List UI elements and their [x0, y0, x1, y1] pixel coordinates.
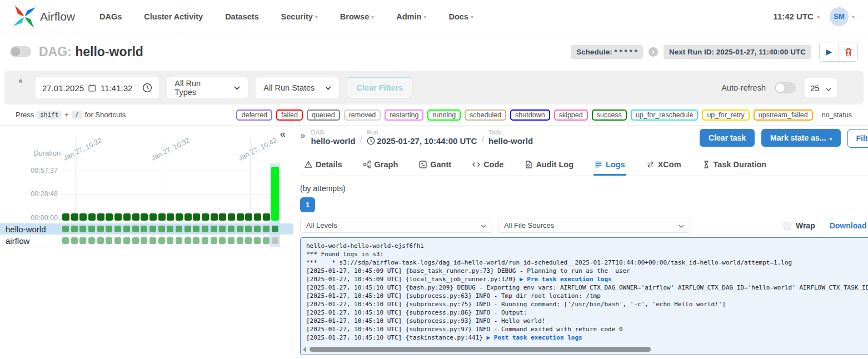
user-menu[interactable]: SM ▾ [830, 7, 855, 26]
dag-run-2[interactable] [79, 213, 87, 221]
task-instance-airflow-14[interactable] [184, 237, 191, 244]
clear-filters-button[interactable]: Clear Filters [347, 77, 412, 98]
task-instance-airflow-0[interactable] [62, 237, 69, 244]
task-instance-hello-world-16[interactable] [202, 226, 208, 232]
legend-no_status[interactable]: no_status [817, 109, 857, 121]
base-date-input[interactable]: 27.01.2025 11:41:32 [36, 77, 159, 98]
task-instance-hello-world-13[interactable] [176, 226, 182, 232]
dag-run-5[interactable] [106, 213, 113, 221]
task-instance-airflow-4[interactable] [97, 237, 104, 244]
log-collapse-link[interactable]: ▶ Post task execution logs [487, 334, 582, 341]
task-instance-hello-world-10[interactable] [149, 226, 156, 232]
dag-run-13[interactable] [176, 213, 183, 221]
task-instance-airflow-17[interactable] [211, 237, 217, 244]
task-instance-hello-world-2[interactable] [79, 226, 86, 232]
legend-success[interactable]: success [592, 109, 627, 121]
log-collapse-link[interactable]: ▶ Pre task execution logs [520, 276, 612, 283]
task-instance-hello-world-6[interactable] [114, 226, 121, 232]
legend-deferred[interactable]: deferred [236, 109, 272, 121]
run-types-select[interactable]: All Run Types [167, 77, 248, 98]
legend-skipped[interactable]: skipped [554, 109, 588, 121]
dag-run-17[interactable] [211, 213, 218, 221]
task-instance-hello-world-20[interactable] [237, 226, 243, 232]
task-row-hello-world[interactable]: hello-world [0, 223, 293, 235]
breadcrumb-run-value[interactable]: 2025-01-27, 10:44:00 UTC [367, 136, 477, 146]
task-instance-airflow-11[interactable] [158, 237, 165, 244]
nav-datasets[interactable]: Datasets [225, 12, 258, 21]
scrollbar-thumb[interactable] [310, 347, 651, 352]
legend-running[interactable]: running [427, 109, 461, 121]
task-instance-hello-world-9[interactable] [141, 226, 147, 232]
tab-audit-log[interactable]: Audit Log [523, 156, 575, 176]
task-instance-hello-world-0[interactable] [62, 226, 69, 232]
task-instance-airflow-5[interactable] [106, 237, 112, 244]
dag-run-18[interactable] [219, 213, 226, 221]
legend-scheduled[interactable]: scheduled [465, 109, 506, 121]
wrap-toggle[interactable]: Wrap [784, 221, 815, 230]
expand-panel-icon[interactable]: » [300, 130, 305, 141]
collapse-grid-icon[interactable]: « [280, 128, 286, 140]
task-instance-hello-world-19[interactable] [228, 226, 235, 232]
dag-pause-toggle[interactable] [10, 46, 31, 57]
dag-run-16[interactable] [202, 213, 209, 221]
info-icon[interactable]: i [648, 47, 658, 57]
nav-admin[interactable]: Admin▾ [396, 12, 426, 21]
mark-state-button[interactable]: Mark state as...▾ [761, 129, 841, 147]
download-link[interactable]: Download [830, 221, 867, 230]
task-instance-airflow-10[interactable] [149, 237, 156, 244]
run-states-select[interactable]: All Run States [256, 77, 339, 98]
legend-failed[interactable]: failed [276, 109, 303, 121]
breadcrumb-task-value[interactable]: hello-world [488, 136, 533, 146]
task-instance-airflow-9[interactable] [141, 237, 147, 244]
task-instance-airflow-3[interactable] [88, 237, 95, 244]
collapse-filters-icon[interactable]: « [17, 79, 26, 83]
task-instance-hello-world-12[interactable] [167, 226, 173, 232]
nav-security[interactable]: Security▾ [281, 12, 318, 21]
nav-cluster-activity[interactable]: Cluster Activity [144, 12, 203, 21]
dag-run-8[interactable] [132, 213, 139, 221]
legend-upstream_failed[interactable]: upstream_failed [754, 109, 813, 121]
task-instance-hello-world-17[interactable] [211, 226, 217, 232]
dag-run-19[interactable] [228, 213, 235, 221]
task-instance-airflow-18[interactable] [219, 237, 226, 244]
dag-run-6[interactable] [114, 213, 122, 221]
task-instance-airflow-7[interactable] [123, 237, 130, 244]
task-instance-hello-world-5[interactable] [106, 226, 112, 232]
task-instance-airflow-13[interactable] [176, 237, 182, 244]
task-instance-hello-world-3[interactable] [88, 226, 95, 232]
task-instance-hello-world-11[interactable] [158, 226, 165, 232]
task-instance-hello-world-24[interactable] [272, 226, 278, 232]
nav-dags[interactable]: DAGs [99, 12, 122, 21]
task-instance-airflow-12[interactable] [167, 237, 173, 244]
tab-code[interactable]: Code [471, 156, 505, 176]
task-instance-airflow-8[interactable] [132, 237, 139, 244]
task-instance-hello-world-22[interactable] [254, 226, 261, 232]
task-instance-airflow-2[interactable] [79, 237, 86, 244]
tab-logs[interactable]: Logs [593, 156, 626, 176]
legend-removed[interactable]: removed [344, 109, 381, 121]
tab-task-duration[interactable]: Task Duration [701, 156, 768, 176]
task-name[interactable]: hello-world [0, 225, 58, 234]
task-instance-hello-world-1[interactable] [71, 226, 78, 232]
task-instance-hello-world-8[interactable] [132, 226, 139, 232]
task-instance-airflow-6[interactable] [114, 237, 121, 244]
dag-run-15[interactable] [193, 213, 200, 221]
clear-task-button[interactable]: Clear task [700, 129, 755, 147]
dag-run-7[interactable] [123, 213, 131, 221]
task-instance-hello-world-18[interactable] [219, 226, 226, 232]
task-instance-airflow-16[interactable] [202, 237, 208, 244]
task-instance-airflow-15[interactable] [193, 237, 199, 244]
task-instance-airflow-22[interactable] [254, 237, 261, 244]
legend-restarting[interactable]: restarting [385, 109, 423, 121]
task-instance-airflow-19[interactable] [228, 237, 235, 244]
legend-shutdown[interactable]: shutdown [510, 109, 550, 121]
dag-run-14[interactable] [184, 213, 192, 221]
tab-gantt[interactable]: Gantt [418, 156, 452, 176]
dag-run-20[interactable] [237, 213, 244, 221]
task-instance-hello-world-15[interactable] [193, 226, 199, 232]
task-instance-airflow-1[interactable] [71, 237, 78, 244]
dag-run-3[interactable] [88, 213, 96, 221]
task-instance-airflow-23[interactable] [263, 237, 270, 244]
task-instance-airflow-21[interactable] [245, 237, 252, 244]
legend-queued[interactable]: queued [307, 109, 340, 121]
